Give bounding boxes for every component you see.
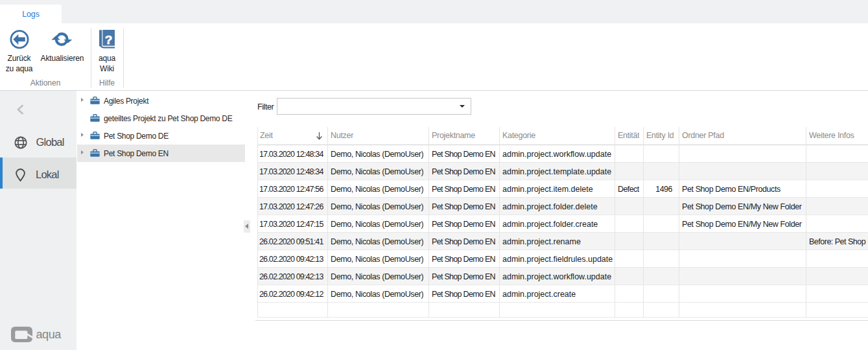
svg-text:?: ? <box>105 33 113 47</box>
